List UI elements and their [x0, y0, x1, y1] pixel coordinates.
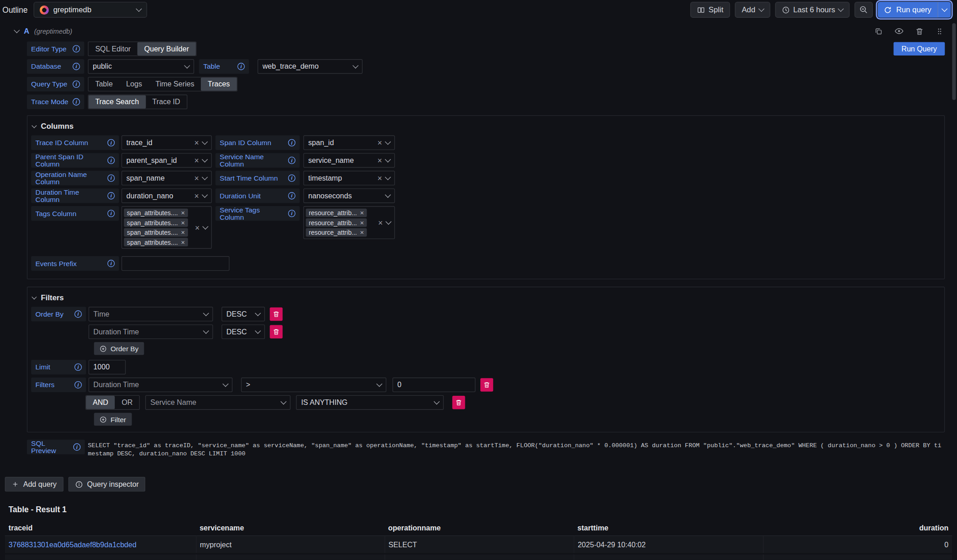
order-by-direction-select[interactable]: DESC	[222, 324, 265, 339]
duplicate-query-icon[interactable]	[875, 27, 882, 35]
remove-tag-icon[interactable]	[181, 239, 185, 246]
query-type-option-logs[interactable]: Logs	[119, 77, 148, 91]
clear-all-icon[interactable]	[378, 219, 382, 227]
run-query-button[interactable]: Run query	[878, 2, 937, 18]
info-icon[interactable]	[75, 381, 82, 388]
filter-operator-select[interactable]: IS ANYTHING	[296, 395, 444, 410]
info-icon[interactable]	[237, 63, 244, 70]
add-button[interactable]: Add	[735, 2, 770, 18]
duration-time-column-select[interactable]: duration_nano	[122, 188, 212, 203]
remove-tag-icon[interactable]	[360, 219, 364, 226]
trace-id-link[interactable]: 3768831301ea0d65adaef8b9da1cbded	[5, 536, 196, 554]
info-icon[interactable]	[107, 192, 115, 199]
remove-tag-icon[interactable]	[181, 209, 185, 216]
info-icon[interactable]	[288, 157, 295, 164]
editor-type-option-sql-editor[interactable]: SQL Editor	[88, 42, 137, 55]
scrollbar-thumb[interactable]	[952, 23, 956, 100]
query-type-option-traces[interactable]: Traces	[201, 77, 236, 91]
table-row[interactable]: 3768831301ea0d65adaef8b9da1cbded myproje…	[5, 554, 952, 560]
filter-field-select[interactable]: Duration Time	[88, 378, 232, 392]
clear-icon[interactable]	[194, 139, 199, 146]
remove-tag-icon[interactable]	[360, 229, 364, 236]
tags-column-multiselect[interactable]: span_attributes.... span_attributes.... …	[122, 206, 212, 249]
clear-icon[interactable]	[194, 174, 199, 182]
column-header-duration[interactable]: duration	[763, 521, 952, 536]
service-name-column-select[interactable]: service_name	[303, 153, 395, 167]
query-inspector-button[interactable]: Query inspector	[68, 477, 146, 491]
parent-span-id-column-select[interactable]: parent_span_id	[122, 153, 212, 167]
run-query-inline-button[interactable]: Run Query	[894, 42, 945, 55]
column-header-operationname[interactable]: operationname	[385, 521, 574, 536]
clear-all-icon[interactable]	[195, 223, 199, 231]
span-id-column-select[interactable]: span_id	[303, 136, 395, 150]
database-select[interactable]: public	[88, 59, 194, 74]
info-icon[interactable]	[107, 157, 115, 164]
clear-icon[interactable]	[377, 156, 382, 164]
trace-id-column-select[interactable]: trace_id	[122, 136, 212, 150]
add-query-button[interactable]: Add query	[5, 477, 63, 491]
operation-name-column-select[interactable]: span_name	[122, 171, 212, 185]
info-icon[interactable]	[75, 310, 82, 318]
filter-logic-option-or[interactable]: OR	[115, 396, 139, 409]
delete-filter-button[interactable]	[480, 378, 493, 391]
drag-handle-icon[interactable]	[936, 27, 943, 35]
remove-query-icon[interactable]	[916, 27, 923, 35]
filter-field-select[interactable]: Service Name	[146, 395, 291, 410]
hide-query-icon[interactable]	[895, 27, 903, 35]
run-query-dropdown[interactable]	[937, 2, 951, 18]
remove-tag-icon[interactable]	[360, 209, 364, 216]
remove-tag-icon[interactable]	[181, 229, 185, 236]
query-type-option-table[interactable]: Table	[88, 77, 119, 91]
clear-icon[interactable]	[194, 192, 199, 200]
trace-id-link[interactable]: 3768831301ea0d65adaef8b9da1cbded	[5, 554, 196, 560]
service-tags-column-multiselect[interactable]: resource_attrib... resource_attrib... re…	[303, 206, 395, 239]
column-header-traceid[interactable]: traceid	[5, 521, 196, 536]
delete-order-by-button[interactable]	[270, 308, 283, 321]
order-by-direction-select[interactable]: DESC	[222, 307, 265, 321]
info-icon[interactable]	[288, 139, 295, 146]
delete-filter-button[interactable]	[453, 396, 465, 409]
info-icon[interactable]	[73, 63, 80, 70]
limit-input[interactable]	[88, 360, 126, 374]
info-icon[interactable]	[75, 363, 82, 371]
columns-section-header[interactable]: Columns	[31, 120, 940, 133]
filter-operator-select[interactable]: >	[241, 378, 387, 392]
filter-value-input[interactable]	[392, 378, 475, 392]
trace-mode-option-trace-search[interactable]: Trace Search	[88, 95, 145, 108]
table-select[interactable]: web_trace_demo	[258, 59, 363, 74]
filters-section-header[interactable]: Filters	[31, 291, 940, 304]
remove-tag-icon[interactable]	[181, 219, 185, 226]
filter-logic-option-and[interactable]: AND	[86, 396, 115, 409]
info-icon[interactable]	[107, 139, 115, 146]
clear-icon[interactable]	[377, 139, 382, 146]
add-filter-button[interactable]: Filter	[94, 413, 132, 426]
add-order-by-button[interactable]: Order By	[94, 342, 144, 355]
editor-type-option-query-builder[interactable]: Query Builder	[137, 42, 196, 55]
info-icon[interactable]	[288, 210, 295, 217]
collapse-query-icon[interactable]	[14, 27, 20, 33]
info-icon[interactable]	[107, 260, 115, 267]
info-icon[interactable]	[73, 98, 80, 106]
column-header-starttime[interactable]: starttime	[574, 521, 763, 536]
info-icon[interactable]	[107, 174, 115, 182]
clear-icon[interactable]	[377, 174, 382, 182]
info-icon[interactable]	[73, 444, 81, 451]
split-button[interactable]: Split	[690, 2, 730, 18]
info-icon[interactable]	[288, 192, 295, 199]
delete-order-by-button[interactable]	[270, 325, 283, 338]
events-prefix-input[interactable]	[122, 256, 229, 271]
clear-icon[interactable]	[194, 156, 199, 164]
info-icon[interactable]	[73, 45, 80, 52]
info-icon[interactable]	[73, 81, 80, 88]
table-row[interactable]: 3768831301ea0d65adaef8b9da1cbded myproje…	[5, 536, 952, 554]
duration-unit-select[interactable]: nanoseconds	[303, 188, 395, 203]
order-by-field-select[interactable]: Duration Time	[88, 324, 213, 339]
info-icon[interactable]	[107, 210, 115, 217]
datasource-picker[interactable]: greptimedb	[34, 2, 147, 18]
query-type-option-time-series[interactable]: Time Series	[149, 77, 201, 91]
order-by-field-select[interactable]: Time	[88, 307, 213, 321]
trace-mode-option-trace-id[interactable]: Trace ID	[146, 95, 187, 108]
zoom-out-time-button[interactable]	[855, 2, 873, 18]
info-icon[interactable]	[288, 174, 295, 182]
column-header-servicename[interactable]: servicename	[196, 521, 384, 536]
